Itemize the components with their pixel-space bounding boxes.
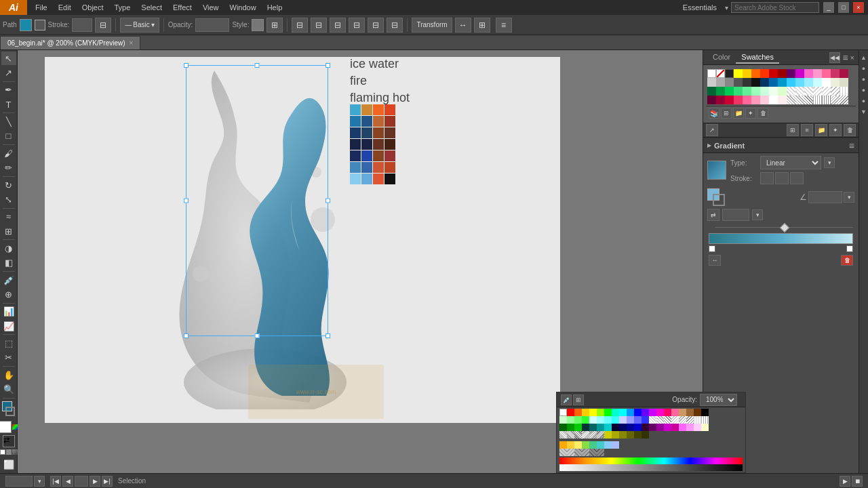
- swatch-pattern[interactable]: [804, 87, 813, 96]
- popup-swatch[interactable]: [664, 424, 671, 431]
- panel-tool-3[interactable]: ≡: [801, 124, 813, 136]
- canvas-swatch[interactable]: [384, 104, 395, 115]
- canvas-swatch[interactable]: [373, 174, 384, 184]
- swatch-libraries-btn[interactable]: 📚: [709, 108, 719, 119]
- document-tab[interactable]: 06_begin.ai* @ 200% (CMYK/Preview) ×: [0, 36, 140, 49]
- search-input[interactable]: [731, 2, 819, 13]
- gradient-angle-input[interactable]: -82.6°: [808, 191, 842, 203]
- swatch[interactable]: [751, 96, 760, 104]
- popup-swatch[interactable]: [694, 409, 701, 416]
- stroke-width-input[interactable]: [72, 18, 92, 32]
- popup-swatch[interactable]: [619, 424, 627, 431]
- gradient-bar[interactable]: [709, 233, 853, 244]
- canvas-swatch[interactable]: [350, 127, 361, 138]
- none-color-btn[interactable]: [0, 421, 12, 433]
- popup-swatch-hatch[interactable]: [589, 449, 597, 456]
- show-kinds-btn[interactable]: ⊞: [721, 108, 732, 119]
- canvas-swatch[interactable]: [373, 139, 384, 150]
- menu-window[interactable]: Window: [224, 2, 262, 13]
- swatch[interactable]: [725, 87, 734, 96]
- swatch[interactable]: [751, 69, 760, 78]
- popup-swatch-pattern[interactable]: [582, 431, 589, 439]
- swatch[interactable]: [743, 87, 751, 96]
- popup-swatch-pattern[interactable]: [597, 431, 604, 439]
- sel-handle-tm[interactable]: [255, 63, 260, 68]
- stroke-outline-box[interactable]: [713, 194, 725, 206]
- align-btn-2[interactable]: ⊟: [311, 18, 327, 33]
- swatch[interactable]: [716, 96, 725, 104]
- canvas-swatch[interactable]: [361, 174, 372, 184]
- swatch[interactable]: [804, 69, 813, 78]
- popup-swatch-pattern[interactable]: [574, 431, 582, 439]
- direct-select-tool[interactable]: ↗: [1, 66, 16, 79]
- tab-color[interactable]: Color: [707, 52, 736, 64]
- swatch[interactable]: [707, 96, 716, 104]
- paintbrush-tool[interactable]: 🖌: [1, 146, 16, 160]
- new-swatch-btn[interactable]: ✦: [745, 108, 756, 119]
- rect-tool[interactable]: □: [1, 129, 16, 143]
- swatch[interactable]: [743, 96, 751, 104]
- swatch[interactable]: [707, 87, 716, 96]
- popup-swatch-spectrum[interactable]: [582, 441, 589, 449]
- new-color-group-btn[interactable]: 📁: [733, 108, 744, 119]
- popup-swatch-pattern[interactable]: [686, 416, 694, 424]
- popup-swatch[interactable]: [582, 424, 589, 431]
- popup-swatch[interactable]: [679, 424, 686, 431]
- canvas-swatch[interactable]: [384, 174, 395, 184]
- canvas-swatch[interactable]: [350, 116, 361, 127]
- opacity-input[interactable]: 100%: [195, 18, 229, 32]
- workspace-icon[interactable]: ≡: [496, 18, 512, 33]
- last-page-btn[interactable]: ▶|: [102, 476, 113, 487]
- swatch-pattern[interactable]: [822, 96, 831, 104]
- stroke-options-icon[interactable]: ⊟: [95, 18, 111, 33]
- sel-handle-ml[interactable]: [184, 199, 189, 203]
- swatch-pattern[interactable]: [787, 87, 795, 96]
- popup-swatch[interactable]: [671, 409, 679, 416]
- swatch[interactable]: [822, 78, 831, 87]
- stroke-btn-1[interactable]: [760, 172, 774, 184]
- swatch[interactable]: [743, 78, 751, 87]
- swatch-pattern[interactable]: [787, 96, 795, 104]
- popup-eyedropper-icon[interactable]: 💉: [561, 394, 572, 405]
- swatch[interactable]: [760, 87, 769, 96]
- align-btn-1[interactable]: ⊟: [292, 18, 308, 33]
- stroke-btn-3[interactable]: [790, 172, 804, 184]
- popup-swatch-spectrum[interactable]: [604, 441, 612, 449]
- right-strip-btn-4[interactable]: ●: [859, 85, 869, 95]
- popup-swatch[interactable]: [619, 431, 627, 439]
- swatch-pattern[interactable]: [822, 87, 831, 96]
- align-btn-6[interactable]: ⊟: [387, 18, 403, 33]
- canvas-swatch[interactable]: [361, 127, 372, 138]
- swatch-pattern[interactable]: [804, 96, 813, 104]
- canvas-swatch[interactable]: [384, 139, 395, 150]
- gradient-midpoint-handle[interactable]: [779, 222, 789, 232]
- popup-swatch[interactable]: [686, 424, 694, 431]
- popup-swatch[interactable]: [656, 409, 664, 416]
- canvas-swatch[interactable]: [361, 150, 372, 161]
- popup-swatch[interactable]: [649, 409, 656, 416]
- swatch[interactable]: [831, 69, 840, 78]
- popup-swatch-pattern[interactable]: [589, 431, 597, 439]
- panel-tool-4[interactable]: 📁: [815, 124, 827, 136]
- popup-swatch[interactable]: [671, 424, 679, 431]
- swatch[interactable]: [760, 96, 769, 104]
- swap-colors-btn[interactable]: ⇄: [3, 435, 15, 447]
- popup-swatch[interactable]: [686, 409, 694, 416]
- canvas-swatch[interactable]: [373, 162, 384, 173]
- brush-style-select[interactable]: — Basic ▾: [120, 18, 159, 33]
- popup-swatch-hatch[interactable]: [597, 449, 604, 456]
- canvas-swatch[interactable]: [373, 127, 384, 138]
- tab-swatches[interactable]: Swatches: [736, 52, 779, 64]
- gradient-type-select[interactable]: Linear: [760, 156, 821, 169]
- collapse-panel-icon[interactable]: ◀◀: [829, 52, 840, 63]
- popup-swatch-spectrum[interactable]: [574, 441, 582, 449]
- artboard-tool[interactable]: ⬚: [1, 336, 16, 350]
- align-btn-5[interactable]: ⊟: [368, 18, 384, 33]
- popup-swatch[interactable]: [679, 409, 686, 416]
- popup-swatch[interactable]: [656, 424, 664, 431]
- popup-spectrum-bar[interactable]: [559, 458, 743, 464]
- swatch[interactable]: [734, 87, 743, 96]
- panel-tool-2[interactable]: ⊞: [787, 124, 799, 136]
- popup-swatch-pattern[interactable]: [701, 416, 709, 424]
- popup-swatch[interactable]: [604, 431, 612, 439]
